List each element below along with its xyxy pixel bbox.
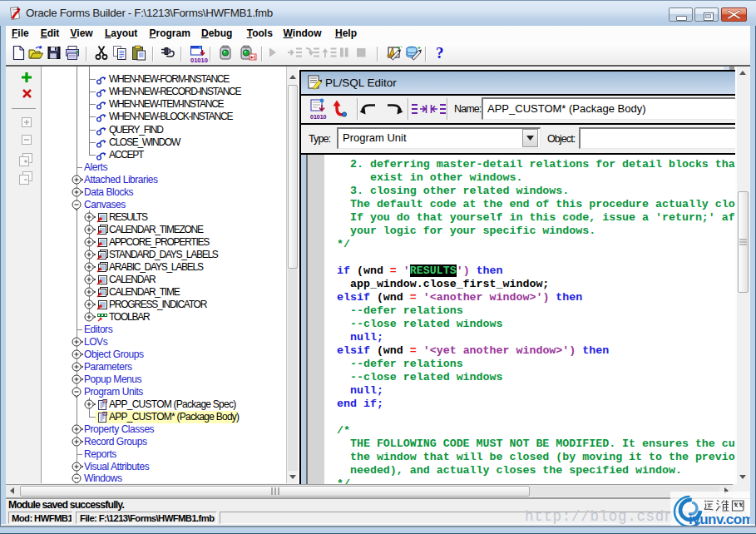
svg-text:01010: 01010 — [310, 114, 327, 120]
svg-text:01010: 01010 — [190, 57, 208, 63]
